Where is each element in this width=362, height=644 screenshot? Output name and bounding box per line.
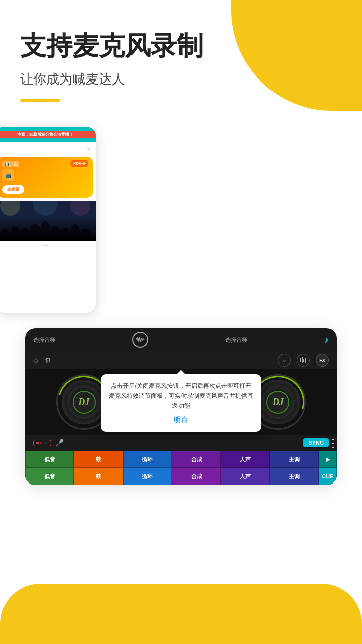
- first-device-mockup: 注意：卸载后积分将会清零哦！ ⌄ 📢 广告 📺 +50积分 去观看: [0, 127, 96, 313]
- effect-btn-bass-2[interactable]: 低音: [25, 468, 74, 485]
- diamond-icon: ◇: [33, 356, 39, 364]
- effect-btn-drum-2[interactable]: 鼓: [74, 468, 123, 485]
- effects-row-2: 低音 鼓 循环 合成 人声 主调 CUE: [25, 468, 337, 485]
- fx-button[interactable]: FX: [316, 354, 329, 367]
- page-subtitle: 让你成为喊麦达人: [20, 70, 342, 88]
- circle-control-icon[interactable]: ○: [278, 354, 291, 367]
- svg-rect-16: [305, 358, 306, 363]
- svg-rect-13: [300, 358, 301, 362]
- rec-label: REC: [40, 441, 48, 445]
- svg-rect-14: [302, 357, 303, 363]
- microphone-icon[interactable]: 🎤: [55, 439, 64, 447]
- waveform-icon: [132, 332, 148, 348]
- effect-btn-drum-1[interactable]: 鼓: [74, 451, 123, 468]
- effect-btn-key-2[interactable]: 主调: [270, 468, 319, 485]
- ad-icon: 📺: [2, 169, 14, 181]
- bottom-dots: ⋯: [0, 241, 96, 250]
- effect-btn-synth-2[interactable]: 合成: [172, 468, 221, 485]
- dialog-ok-button[interactable]: 明白: [109, 416, 253, 425]
- points-badge: +50积分: [70, 160, 88, 167]
- yellow-divider: [20, 99, 60, 102]
- tooltip-dialog: 点击开启/关闭麦克风按钮，开启后再次点击即可打开麦克风特效调节面板，可实时录制麦…: [101, 374, 261, 432]
- effect-btn-key-1[interactable]: 主调: [270, 451, 319, 468]
- effect-btn-vocal-2[interactable]: 人声: [221, 468, 269, 485]
- effect-btn-bass-1[interactable]: 低音: [25, 451, 74, 468]
- scroll-dot-2: [332, 443, 334, 444]
- effects-row-1: 低音 鼓 循环 合成 人声 主调 ▶: [25, 451, 337, 468]
- waveform-svg: [136, 336, 145, 343]
- effect-btn-synth-1[interactable]: 合成: [172, 451, 221, 468]
- blob-bottom-decoration: [0, 584, 362, 644]
- concert-area: [0, 201, 96, 241]
- select-audio-left[interactable]: 选择音频: [33, 336, 55, 344]
- cue-button[interactable]: CUE: [319, 468, 337, 485]
- music-note-icon: ♪: [324, 335, 329, 345]
- page-title: 支持麦克风录制: [20, 30, 342, 61]
- dj-app-header: 选择音频 选择音频 ♪: [25, 328, 337, 351]
- top-section: 支持麦克风录制 让你成为喊麦达人: [0, 0, 362, 112]
- effect-btn-loop-1[interactable]: 循环: [123, 451, 172, 468]
- ad-label: 📢 广告: [2, 161, 19, 167]
- mockup-top-bar: 注意：卸载后积分将会清零哦！: [0, 127, 96, 142]
- rec-dot: [36, 442, 39, 444]
- gear-icon[interactable]: ⚙: [45, 356, 51, 364]
- effect-btn-vocal-1[interactable]: 人声: [221, 451, 269, 468]
- scroll-dot-1: [332, 439, 334, 440]
- svg-rect-15: [303, 359, 304, 362]
- nav-arrow-icon: ⌄: [86, 144, 92, 151]
- play-button[interactable]: ▶: [319, 451, 337, 468]
- first-device-section: 注意：卸载后积分将会清零哦！ ⌄ 📢 广告 📺 +50积分 去观看: [0, 117, 362, 313]
- ad-card: 📢 广告 📺 +50积分 去观看: [0, 157, 93, 198]
- select-audio-right[interactable]: 选择音频: [225, 336, 247, 344]
- rec-badge: REC: [33, 440, 51, 446]
- sync-button[interactable]: SYNC: [303, 438, 329, 447]
- dialog-text: 点击开启/关闭麦克风按钮，开启后再次点击即可打开麦克风特效调节面板，可实时录制麦…: [109, 381, 253, 411]
- scroll-indicator: [332, 439, 334, 448]
- second-device-section: 选择音频 选择音频 ♪ ◇ ⚙ ○ FX: [0, 328, 362, 485]
- dj-rec-row: REC 🎤 SYNC: [25, 435, 337, 451]
- dj-main-area: DJ DJ 点击开启/关闭麦克风按钮，开启后再次点击即可打开麦克风特效调节面板，…: [25, 369, 337, 435]
- dj-controls-row: ◇ ⚙ ○ FX: [25, 351, 337, 369]
- mockup-nav-bar: ⌄: [0, 142, 96, 154]
- warning-text: 注意：卸载后积分将会清零哦！: [0, 131, 96, 138]
- bottom-dots-icon: ⋯: [42, 242, 48, 249]
- watch-button[interactable]: 去观看: [2, 185, 24, 194]
- effect-btn-loop-2[interactable]: 循环: [123, 468, 172, 485]
- scroll-dot-3: [332, 447, 334, 448]
- equalizer-icon[interactable]: [297, 354, 310, 367]
- second-device-mockup: 选择音频 选择音频 ♪ ◇ ⚙ ○ FX: [25, 328, 337, 485]
- concert-silhouette: [0, 201, 96, 241]
- eq-svg: [300, 357, 307, 363]
